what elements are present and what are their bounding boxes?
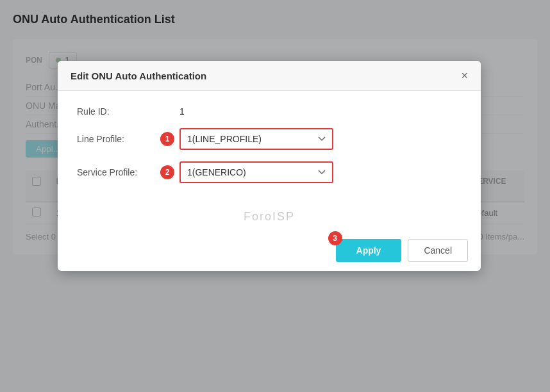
modal-footer: 3 Apply Cancel	[58, 230, 481, 271]
step-2-badge: 2	[160, 165, 174, 179]
modal-header: Edit ONU Auto Authentication ×	[58, 61, 481, 91]
rule-id-row: Rule ID: 1	[77, 106, 462, 117]
modal-body: Rule ID: 1 Line Profile: 1 1(LINE_PROFIL…	[58, 91, 481, 210]
modal-close-button[interactable]: ×	[461, 70, 468, 81]
apply-button[interactable]: Apply	[336, 239, 402, 262]
line-profile-row: Line Profile: 1 1(LINE_PROFILE)	[77, 128, 462, 150]
modal-title: Edit ONU Auto Authentication	[71, 70, 206, 81]
service-profile-row: Service Profile: 2 1(GENERICO)	[77, 161, 462, 183]
edit-modal: Edit ONU Auto Authentication × Rule ID: …	[58, 61, 481, 271]
line-profile-field-wrapper: 1 1(LINE_PROFILE)	[179, 128, 333, 150]
service-profile-select[interactable]: 1(GENERICO)	[179, 161, 333, 183]
cancel-button[interactable]: Cancel	[408, 239, 468, 262]
step3-container: 3 Apply	[336, 239, 402, 262]
step-1-badge: 1	[160, 132, 174, 146]
step-3-badge: 3	[328, 231, 342, 245]
rule-id-label: Rule ID:	[77, 106, 179, 117]
service-profile-field-wrapper: 2 1(GENERICO)	[179, 161, 333, 183]
line-profile-select[interactable]: 1(LINE_PROFILE)	[179, 128, 333, 150]
watermark: ForoISP	[58, 210, 481, 230]
rule-id-value: 1	[179, 106, 185, 117]
